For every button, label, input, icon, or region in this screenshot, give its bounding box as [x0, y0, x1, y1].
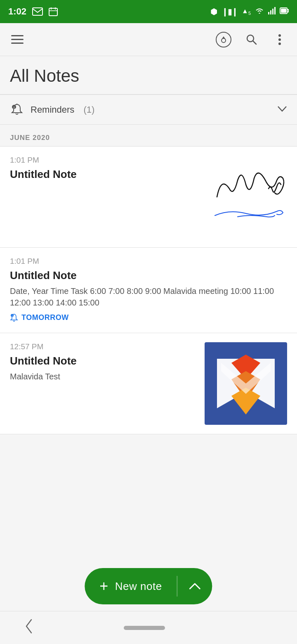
svg-point-18	[278, 34, 281, 37]
note-card-3-content: 12:57 PM Untitled Note Malavida Test	[10, 342, 205, 382]
note-3-time: 12:57 PM	[10, 342, 198, 351]
data-icon: ▲5	[242, 7, 251, 16]
sync-icon	[216, 32, 231, 47]
reminders-label: Reminders	[31, 104, 74, 115]
reminders-left: ! Reminders (1)	[10, 103, 94, 117]
reminders-expand-icon[interactable]	[277, 105, 287, 114]
home-indicator[interactable]	[124, 626, 165, 630]
reminders-bell-icon: !	[10, 103, 24, 117]
note-2-reminder-badge: ! TOMORROW	[10, 313, 69, 322]
section-header-text: JUNE 2020	[10, 134, 50, 142]
menu-button[interactable]	[8, 31, 26, 49]
search-icon	[245, 33, 258, 46]
note-card-1-content: 1:01 PM Untitled Note	[10, 156, 205, 184]
page-title-section: All Notes	[0, 56, 297, 95]
note-1-sketch-thumbnail	[205, 156, 287, 238]
note-2-reminder-text: TOMORROW	[21, 313, 69, 322]
status-time-area: 1:02	[8, 6, 58, 17]
section-header: JUNE 2020	[0, 125, 297, 147]
svg-rect-7	[272, 9, 273, 14]
fab-expand-icon	[189, 582, 201, 590]
note-card-3[interactable]: 12:57 PM Untitled Note Malavida Test	[0, 333, 297, 434]
reminders-banner[interactable]: ! Reminders (1)	[0, 95, 297, 125]
wifi-icon	[255, 7, 264, 17]
status-bar: 1:02 ⬢ ❙▮❙ ▲5	[0, 0, 297, 23]
svg-rect-0	[33, 8, 42, 15]
toolbar-right	[214, 31, 289, 49]
svg-rect-1	[49, 8, 57, 16]
note-1-time: 1:01 PM	[10, 156, 198, 165]
back-icon	[25, 619, 33, 634]
svg-text:!: !	[14, 106, 15, 109]
svg-rect-5	[268, 12, 269, 14]
back-button[interactable]	[25, 619, 33, 637]
sync-button[interactable]	[214, 31, 233, 49]
note-card-1[interactable]: 1:01 PM Untitled Note	[0, 147, 297, 248]
battery-icon	[280, 7, 289, 17]
svg-line-17	[253, 41, 256, 44]
svg-text:!: !	[12, 314, 12, 317]
svg-rect-6	[270, 10, 271, 14]
content-area: ! Reminders (1) JUNE 2020 1:01 PM Untitl…	[0, 95, 297, 517]
svg-point-20	[278, 43, 281, 45]
new-note-button[interactable]: + New note	[85, 568, 212, 604]
note-card-2-content: 1:01 PM Untitled Note Date, Year Time Ta…	[10, 257, 287, 324]
status-icons-right: ⬢ ❙▮❙ ▲5	[210, 7, 289, 17]
fab-main-area: + New note	[85, 578, 177, 595]
toolbar-left	[8, 31, 26, 49]
note-2-title: Untitled Note	[10, 269, 280, 282]
nav-bar	[0, 611, 297, 644]
fab-expand-area[interactable]	[178, 582, 212, 590]
more-button[interactable]	[271, 31, 289, 49]
note-2-time: 1:01 PM	[10, 257, 280, 266]
more-icon	[278, 33, 282, 46]
reminder-bell-small-icon: !	[10, 314, 18, 322]
note-1-title: Untitled Note	[10, 168, 198, 181]
note-2-preview: Date, Year Time Task 6:00 7:00 8:00 9:00…	[10, 285, 280, 308]
note-3-title: Untitled Note	[10, 355, 198, 367]
bluetooth-icon: ⬢	[210, 7, 217, 17]
reminders-count: (1)	[83, 104, 94, 115]
signal-icon	[268, 7, 276, 17]
note-3-preview: Malavida Test	[10, 371, 198, 382]
toolbar	[0, 23, 297, 56]
svg-point-19	[278, 38, 281, 41]
svg-rect-8	[274, 7, 276, 14]
hamburger-icon	[11, 35, 24, 44]
mail-icon	[32, 7, 43, 16]
status-time: 1:02	[8, 6, 26, 17]
svg-point-15	[222, 38, 226, 43]
fab-container: + New note	[85, 568, 212, 604]
search-button[interactable]	[243, 31, 261, 49]
calendar-icon	[49, 7, 58, 16]
fab-plus-icon: +	[99, 578, 108, 595]
fab-label: New note	[115, 580, 162, 593]
svg-rect-10	[281, 9, 286, 13]
note-card-2[interactable]: 1:01 PM Untitled Note Date, Year Time Ta…	[0, 248, 297, 333]
page-title: All Notes	[10, 66, 287, 86]
note-3-thumbnail	[205, 342, 287, 425]
vibrate-icon: ❙▮❙	[222, 7, 238, 17]
